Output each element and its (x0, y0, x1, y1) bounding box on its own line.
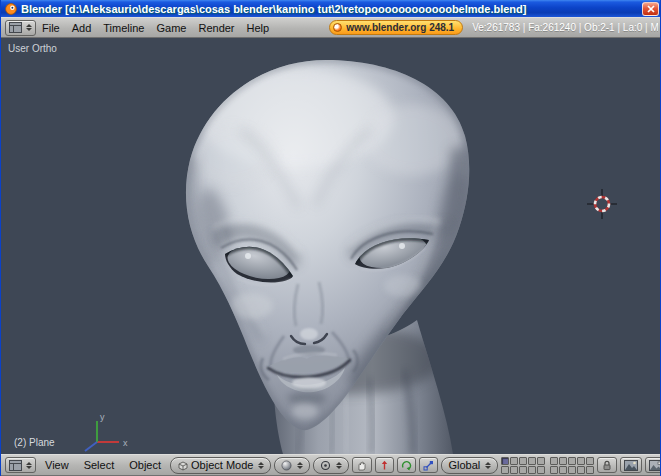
layer-group-2 (550, 457, 594, 474)
editor-type-stepper-icon (26, 462, 32, 469)
draw-type-stepper-icon (297, 462, 303, 469)
manipulator-toggle-button[interactable] (352, 457, 372, 473)
translate-manipulator-button[interactable] (375, 457, 394, 473)
view-mode-label: User Ortho (8, 43, 57, 54)
window-title: Blender [d:\Aleksaurio\descargas\cosas b… (21, 3, 642, 15)
layer-toggle[interactable] (537, 466, 545, 474)
menu-game[interactable]: Game (150, 22, 192, 34)
axis-y-label: y (100, 412, 105, 422)
mode-dropdown[interactable]: Object Mode (170, 457, 271, 474)
render-preview-icon (624, 460, 638, 471)
layer-toggle[interactable] (528, 466, 536, 474)
lock-button[interactable] (597, 457, 617, 473)
menu-file[interactable]: File (36, 22, 66, 34)
pivot-stepper-icon (336, 462, 342, 469)
lock-icon (601, 459, 613, 471)
object-mode-icon (177, 460, 188, 471)
viewport-shading-icon (281, 460, 292, 471)
layer-toggle[interactable] (519, 457, 527, 465)
layer-toggle[interactable] (550, 457, 558, 465)
close-button[interactable] (642, 2, 659, 16)
version-badge-label: www.blender.org 248.1 (346, 22, 454, 33)
viewport-canvas[interactable]: x y (1, 38, 661, 454)
layer-toggle[interactable] (577, 457, 585, 465)
layer-toggle[interactable] (568, 457, 576, 465)
close-icon (647, 5, 655, 13)
editor-type-stepper-icon (26, 24, 32, 31)
translate-manipulator-icon (379, 460, 390, 471)
orientation-dropdown[interactable]: Global (441, 457, 498, 474)
blender-logo-icon (5, 3, 17, 15)
blender-badge-icon (333, 23, 342, 32)
scene-statistics: Ve:261783 | Fa:261240 | Ob:2-1 | La:0 | … (472, 22, 658, 33)
layer-toggle[interactable] (568, 466, 576, 474)
mode-dropdown-label: Object Mode (191, 459, 253, 471)
layer-group-1 (501, 457, 545, 474)
layer-toggle[interactable] (510, 466, 518, 474)
orientation-dropdown-label: Global (448, 459, 480, 471)
rotate-manipulator-icon (401, 460, 412, 471)
layer-toggle[interactable] (528, 457, 536, 465)
menu-object[interactable]: Object (123, 459, 167, 471)
layer-toggle[interactable] (501, 466, 509, 474)
layer-toggle[interactable] (510, 457, 518, 465)
pivot-dropdown[interactable] (313, 457, 349, 474)
viewport-header: View Select Object Object Mode (1, 454, 661, 476)
active-object-label: (2) Plane (14, 437, 55, 448)
layer-toggle[interactable] (519, 466, 527, 474)
orientation-stepper-icon (485, 462, 491, 469)
info-header: File Add Timeline Game Render Help www.b… (1, 17, 661, 38)
editor-type-icon (9, 22, 22, 33)
layer-toggle[interactable] (501, 457, 509, 465)
layer-toggle[interactable] (550, 466, 558, 474)
scale-manipulator-icon (423, 460, 434, 471)
3d-viewport[interactable]: x y User Ortho (2) Plane (1, 38, 661, 454)
menu-timeline[interactable]: Timeline (97, 22, 150, 34)
mode-stepper-icon (258, 462, 264, 469)
menu-select[interactable]: Select (78, 459, 121, 471)
editor-type-button[interactable] (5, 20, 36, 36)
pivot-point-icon (320, 460, 331, 471)
render-this-window-button[interactable] (645, 457, 661, 473)
layer-toggle[interactable] (577, 466, 585, 474)
layer-toggle[interactable] (586, 466, 594, 474)
menu-view[interactable]: View (39, 459, 75, 471)
draw-type-dropdown[interactable] (274, 457, 310, 474)
rotate-manipulator-button[interactable] (397, 457, 416, 473)
hand-icon (356, 459, 368, 471)
layer-toggle[interactable] (559, 457, 567, 465)
layer-toggle[interactable] (586, 457, 594, 465)
axis-x-label: x (123, 438, 128, 448)
layer-buttons (501, 457, 594, 474)
blender-version-badge[interactable]: www.blender.org 248.1 (329, 20, 463, 35)
render-window-icon (649, 460, 661, 471)
layer-toggle[interactable] (559, 466, 567, 474)
menu-render[interactable]: Render (192, 22, 240, 34)
editor-type-icon (9, 460, 22, 471)
layer-toggle[interactable] (537, 457, 545, 465)
editor-type-button[interactable] (5, 457, 36, 473)
scale-manipulator-button[interactable] (419, 457, 438, 473)
blender-window: Blender [d:\Aleksaurio\descargas\cosas b… (0, 0, 661, 476)
menu-add[interactable]: Add (66, 22, 98, 34)
render-preview-button[interactable] (620, 457, 642, 473)
titlebar: Blender [d:\Aleksaurio\descargas\cosas b… (1, 0, 661, 17)
menu-help[interactable]: Help (241, 22, 276, 34)
